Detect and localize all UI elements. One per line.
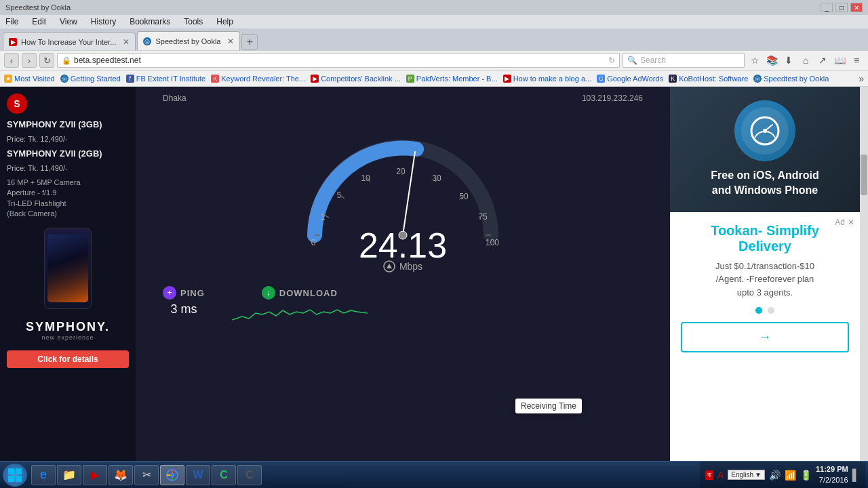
tab-1[interactable]: ▶ How To Increase Your Inter... ✕: [3, 33, 136, 50]
center-panel: Dhaka 103.219.232.246 0 1 5 10 20 30 50: [136, 87, 670, 487]
taskbar-firefox[interactable]: 🦊: [108, 465, 133, 485]
svg-point-30: [170, 473, 174, 477]
click-details-button[interactable]: Click for details: [7, 350, 129, 368]
network-icon[interactable]: 📶: [785, 470, 796, 481]
word-icon: W: [193, 469, 203, 481]
close-button[interactable]: ✕: [850, 3, 863, 12]
taskbar-chrome[interactable]: [160, 465, 184, 485]
ie-icon: e: [40, 468, 47, 482]
svg-line-15: [401, 169, 402, 175]
taskbar-word[interactable]: W: [186, 465, 210, 485]
bookmark-kobothost[interactable]: K KoBotHost: Software: [669, 75, 748, 83]
download-button[interactable]: ⬇: [781, 53, 796, 68]
svg-rect-28: [16, 476, 22, 482]
tookan-ad-close[interactable]: Ad ✕: [835, 218, 854, 227]
menu-bar: File Edit View History Bookmarks Tools H…: [0, 15, 868, 28]
bk-favicon-6: P: [406, 75, 414, 83]
system-tray: বা A English ▼ 🔊 📶 🔋 11:29 PM 7/2/2016 ▌: [700, 462, 865, 488]
menu-view[interactable]: View: [57, 16, 80, 27]
tookan-description: Just $0.1/transaction-$10 /Agent. -Freef…: [681, 260, 849, 300]
search-bar[interactable]: 🔍 Search: [623, 53, 745, 68]
tab2-label: Speedtest by Ookla: [155, 37, 220, 45]
refresh-button[interactable]: ↻: [39, 53, 54, 68]
scrollbar-thumb[interactable]: [861, 155, 867, 195]
bookmark-save-button[interactable]: 📚: [764, 53, 779, 68]
reader-button[interactable]: 📖: [832, 53, 847, 68]
speedtest-gauge-icon: [748, 114, 782, 148]
bookmark-getting-started[interactable]: ◎ Getting Started: [60, 75, 121, 83]
speaker-icon[interactable]: 🔊: [769, 470, 781, 481]
speedtest-logo-inner: [741, 107, 789, 155]
tab1-label: How To Increase Your Inter...: [21, 38, 116, 46]
maximize-button[interactable]: □: [835, 3, 848, 12]
server-city: Dhaka: [163, 94, 186, 103]
right-panel: Free on iOS, Android and Windows Phone A…: [670, 87, 860, 487]
close-ad-x: ✕: [848, 218, 854, 227]
bookmark-speedtest[interactable]: ◎ Speedtest by Ookla: [753, 75, 829, 83]
taskbar-app2[interactable]: C: [237, 465, 262, 485]
new-tab-button[interactable]: +: [241, 34, 258, 50]
scrollbar[interactable]: [860, 87, 868, 487]
taskbar-media[interactable]: ▶: [83, 465, 107, 485]
share-button[interactable]: ↗: [815, 53, 830, 68]
carousel-dot-2[interactable]: [768, 307, 774, 314]
speedtest-app-ad: Free on iOS, Android and Windows Phone: [670, 87, 860, 212]
speedtest-logo: [734, 100, 795, 161]
language-indicator[interactable]: বা: [705, 470, 713, 480]
window-controls[interactable]: _ □ ✕: [821, 3, 863, 12]
bookmark-blog[interactable]: ▶ How to make a blog a...: [503, 75, 592, 83]
tookan-cta-button[interactable]: →: [681, 322, 849, 352]
files-icon: 📁: [62, 468, 76, 481]
bookmark-keyword[interactable]: K Keyword Revealer: The...: [211, 75, 305, 83]
svg-text:50: 50: [459, 192, 469, 201]
bk-label-4: Keyword Revealer: The...: [221, 75, 305, 83]
taskbar-snipping[interactable]: ✂: [134, 465, 159, 485]
product1-price: Price: Tk. 12,490/-: [7, 135, 129, 143]
language-selector[interactable]: English ▼: [728, 470, 765, 480]
menu-button[interactable]: ≡: [849, 53, 864, 68]
bk-favicon-5: ▶: [311, 75, 319, 83]
menu-bookmarks[interactable]: Bookmarks: [127, 16, 173, 27]
forward-button[interactable]: ›: [22, 53, 37, 68]
taskbar-app1[interactable]: C: [212, 465, 236, 485]
close-ad-label: Ad: [835, 218, 845, 227]
taskbar-files[interactable]: 📁: [57, 465, 81, 485]
brand-logo: SYMPHONY. new experience: [7, 320, 129, 341]
svg-marker-21: [387, 264, 392, 268]
menu-help[interactable]: Help: [214, 16, 236, 27]
bookmark-competitors[interactable]: ▶ Competitors' Backlink ...: [311, 75, 401, 83]
bookmark-most-visited[interactable]: ★ Most Visited: [4, 75, 55, 83]
svg-point-1: [399, 231, 407, 239]
firefox-icon: 🦊: [114, 468, 127, 481]
home-button[interactable]: ⌂: [798, 53, 813, 68]
carousel-dot-1[interactable]: [755, 307, 762, 314]
bookmarks-bar: ★ Most Visited ◎ Getting Started f FB Ex…: [0, 70, 868, 87]
bookmark-paidverts[interactable]: P PaidVerts: Member - B...: [406, 75, 498, 83]
show-desktop-button[interactable]: ▌: [852, 469, 860, 481]
tab2-close-button[interactable]: ✕: [227, 37, 234, 46]
menu-edit[interactable]: Edit: [29, 16, 49, 27]
battery-icon[interactable]: 🔋: [800, 470, 812, 481]
acrobat-icon: A: [717, 470, 724, 481]
taskbar-ie[interactable]: e: [31, 465, 56, 485]
menu-file[interactable]: File: [3, 16, 21, 27]
menu-history[interactable]: History: [88, 16, 119, 27]
start-button[interactable]: [3, 464, 27, 487]
bookmarks-star-button[interactable]: ☆: [747, 53, 762, 68]
url-bar[interactable]: 🔒 beta.speedtest.net ↻: [57, 53, 620, 68]
more-bookmarks-button[interactable]: »: [859, 73, 864, 84]
bookmark-fb-extent[interactable]: f FB Extent IT Institute: [126, 75, 206, 83]
phone-image: [44, 228, 92, 309]
url-refresh-icon[interactable]: ↻: [608, 56, 615, 65]
tab-2[interactable]: ◎ Speedtest by Ookla ✕: [137, 31, 240, 50]
menu-tools[interactable]: Tools: [181, 16, 205, 27]
product-features: 16 MP + 5MP Camera Aperture - f/1.9 Tri-…: [7, 178, 129, 220]
back-button[interactable]: ‹: [4, 53, 19, 68]
server-info: Dhaka 103.219.232.246: [149, 94, 656, 103]
tab1-close-button[interactable]: ✕: [123, 37, 130, 47]
bookmark-google-adwords[interactable]: G Google AdWords: [597, 75, 663, 83]
taskbar: e 📁 ▶ 🦊 ✂ W C C ব: [0, 461, 868, 488]
tookan-ad: Ad ✕ Tookan- Simplify Delivery Just $0.1…: [670, 212, 860, 487]
minimize-button[interactable]: _: [821, 3, 833, 12]
search-placeholder: Search: [640, 56, 666, 65]
